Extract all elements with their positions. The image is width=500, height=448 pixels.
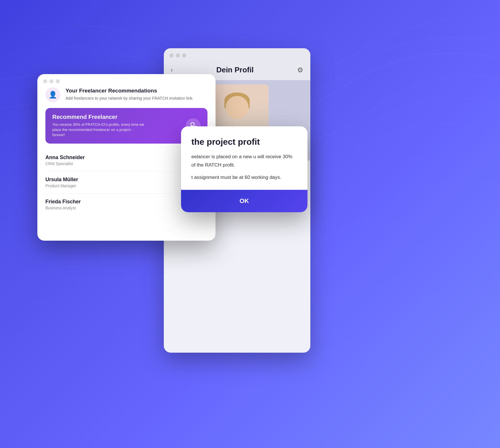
ok-button[interactable]: OK bbox=[181, 190, 307, 212]
profit-body-line-2: t assignment must be at 60 working days. bbox=[191, 173, 297, 182]
freelancer-name-ursula: Ursula Müller bbox=[45, 177, 78, 183]
recommend-card-title: Recommend Freelancer bbox=[52, 114, 144, 120]
traffic-dot-1 bbox=[170, 53, 174, 57]
fw-subtitle: Add freelancers to your network by shari… bbox=[66, 96, 193, 101]
back-button[interactable]: ‹ bbox=[171, 66, 173, 74]
profit-modal: the project profit eelancer is placed on… bbox=[181, 126, 307, 212]
avatar-face bbox=[226, 96, 249, 119]
profit-body-line-1: eelancer is placed on a new u will recei… bbox=[191, 153, 297, 169]
recommend-card-body: You receive 30% of FRATCH.IO's profits, … bbox=[52, 122, 144, 138]
freelancer-name-anna: Anna Schneider bbox=[45, 155, 85, 161]
recommend-card-text: Recommend Freelancer You receive 30% of … bbox=[52, 114, 144, 138]
freelancer-role-ursula: Product Manager bbox=[45, 184, 78, 188]
freelancer-info-anna: Anna Schneider CRM Specialist bbox=[45, 155, 85, 166]
profile-traffic-lights bbox=[164, 48, 310, 63]
fw-header: 👤 Your Freelancer Recommendations Add fr… bbox=[45, 87, 207, 102]
fw-person-icon: 👤 bbox=[45, 87, 60, 102]
profit-modal-title: the project profit bbox=[191, 137, 297, 147]
fw-traffic-lights bbox=[37, 74, 216, 87]
profit-modal-body: eelancer is placed on a new u will recei… bbox=[191, 153, 297, 182]
traffic-dot-2 bbox=[176, 53, 180, 57]
freelancer-role-anna: CRM Specialist bbox=[45, 161, 85, 166]
svg-point-0 bbox=[191, 123, 194, 126]
traffic-dot-3 bbox=[182, 53, 186, 57]
fw-dot-3 bbox=[56, 79, 60, 83]
settings-icon[interactable]: ⚙ bbox=[297, 66, 303, 74]
freelancer-role-frieda: Business Analyst bbox=[45, 206, 81, 210]
freelancer-info-ursula: Ursula Müller Product Manager bbox=[45, 177, 78, 188]
fw-title: Your Freelancer Recommendations bbox=[66, 87, 193, 94]
profile-title: Dein Profil bbox=[216, 65, 254, 74]
fw-dot-1 bbox=[43, 79, 47, 83]
fw-dot-2 bbox=[49, 79, 53, 83]
freelancer-name-frieda: Frieda Fischer bbox=[45, 199, 81, 205]
freelancer-info-frieda: Frieda Fischer Business Analyst bbox=[45, 199, 81, 210]
fw-header-text: Your Freelancer Recommendations Add free… bbox=[66, 87, 193, 101]
